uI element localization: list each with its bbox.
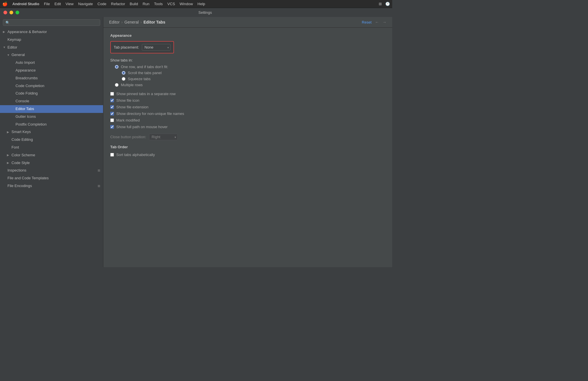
show-tabs-section: Show tabs in: One row, and if tabs don't… bbox=[110, 58, 385, 87]
nav-forward-button[interactable]: → bbox=[382, 20, 386, 24]
sidebar-item-auto-import[interactable]: Auto Import bbox=[0, 59, 103, 67]
menubar: 🍎 Android Studio File Edit View Navigate… bbox=[0, 0, 392, 8]
settings-icon: ⊞ bbox=[98, 168, 100, 173]
sidebar-label: Breadcrumbs bbox=[16, 75, 38, 81]
radio-one-row-input[interactable] bbox=[115, 65, 119, 69]
menu-vcs[interactable]: VCS bbox=[167, 2, 175, 6]
sidebar-label: Inspections bbox=[7, 168, 26, 174]
sidebar-item-code-editing[interactable]: Code Editing bbox=[0, 136, 103, 144]
radio-one-row-label: One row, and if tabs don't fit: bbox=[121, 65, 168, 69]
minimize-button[interactable] bbox=[9, 11, 13, 14]
checkbox-show-file-icon-label: Show file icon bbox=[116, 98, 139, 103]
checkbox-show-pinned-label: Show pinned tabs in a separate row bbox=[116, 92, 176, 96]
checkbox-mark-modified-label: Mark modified bbox=[116, 118, 140, 122]
breadcrumb-sep1: › bbox=[121, 20, 123, 24]
checkbox-show-file-extension-input[interactable] bbox=[110, 105, 114, 109]
radio-multiple-rows-input[interactable] bbox=[115, 83, 119, 87]
sidebar-item-appearance-behavior[interactable]: ▶ Appearance & Behavior bbox=[0, 28, 103, 36]
tab-order-section: Tab Order Sort tabs alphabetically bbox=[110, 145, 385, 157]
sidebar-item-postfix-completion[interactable]: Postfix Completion bbox=[0, 121, 103, 128]
sidebar-item-breadcrumbs[interactable]: Breadcrumbs bbox=[0, 74, 103, 82]
radio-squeeze-tabs: Squeeze tabs bbox=[122, 77, 385, 81]
close-button[interactable] bbox=[3, 11, 7, 14]
checkbox-show-directory: Show directory for non-unique file names bbox=[110, 111, 385, 116]
sidebar-item-color-scheme[interactable]: ▶ Color Scheme bbox=[0, 151, 103, 159]
sidebar-item-editor[interactable]: ▼ Editor bbox=[0, 44, 103, 51]
radio-squeeze-label: Squeeze tabs bbox=[128, 77, 151, 81]
sidebar-item-font[interactable]: Font bbox=[0, 144, 103, 151]
checkbox-show-file-extension: Show file extension bbox=[110, 105, 385, 109]
menu-file[interactable]: File bbox=[44, 2, 50, 6]
breadcrumb-editor[interactable]: Editor bbox=[109, 20, 120, 24]
menu-build[interactable]: Build bbox=[130, 2, 138, 6]
sidebar-item-inspections[interactable]: Inspections ⊞ bbox=[0, 167, 103, 174]
sidebar-item-smart-keys[interactable]: ▶ Smart Keys bbox=[0, 128, 103, 136]
sidebar-label: Appearance & Behavior bbox=[7, 29, 47, 35]
radio-sub-group: Scroll the tabs panel Squeeze tabs bbox=[122, 71, 385, 81]
menu-edit[interactable]: Edit bbox=[55, 2, 61, 6]
app-name: Android Studio bbox=[12, 2, 39, 6]
sidebar-item-file-encodings[interactable]: File Encodings ⊞ bbox=[0, 182, 103, 190]
sidebar-label: Editor Tabs bbox=[16, 106, 34, 112]
breadcrumb-bar: Editor › General › Editor Tabs Reset ← → bbox=[103, 17, 392, 28]
checkbox-sort-tabs: Sort tabs alphabetically bbox=[110, 153, 385, 157]
sidebar-item-code-folding[interactable]: Code Folding bbox=[0, 90, 103, 97]
control-center-icon[interactable]: ⊞ bbox=[379, 2, 382, 6]
checkbox-show-pinned-input[interactable] bbox=[110, 92, 114, 96]
sidebar-label: General bbox=[11, 52, 25, 58]
checkbox-mark-modified-input[interactable] bbox=[110, 118, 114, 122]
sidebar-item-console[interactable]: Console bbox=[0, 97, 103, 105]
sidebar-item-appearance[interactable]: Appearance bbox=[0, 67, 103, 74]
checkbox-show-full-path-input[interactable] bbox=[110, 125, 114, 129]
nav-back-button[interactable]: ← bbox=[375, 20, 379, 24]
radio-multiple-rows: Multiple rows bbox=[115, 83, 385, 87]
sidebar-label: Code Editing bbox=[11, 137, 33, 143]
checkbox-show-pinned: Show pinned tabs in a separate row bbox=[110, 92, 385, 96]
sidebar-item-gutter-icons[interactable]: Gutter Icons bbox=[0, 113, 103, 121]
close-btn-position-dropdown[interactable]: Right Left Hidden bbox=[149, 134, 178, 140]
sidebar-label: Code Completion bbox=[16, 83, 44, 89]
settings-body: Appearance Tab placement: None Top Botto… bbox=[103, 28, 392, 267]
search-box[interactable]: 🔍 bbox=[3, 19, 100, 26]
sidebar-item-file-code-templates[interactable]: File and Code Templates bbox=[0, 174, 103, 182]
sidebar-label: Editor bbox=[7, 45, 17, 51]
menu-tools[interactable]: Tools bbox=[154, 2, 163, 6]
sidebar-item-code-completion[interactable]: Code Completion bbox=[0, 82, 103, 90]
breadcrumb-general[interactable]: General bbox=[124, 20, 139, 24]
show-tabs-radio-group: One row, and if tabs don't fit: Scroll t… bbox=[115, 65, 385, 87]
menu-run[interactable]: Run bbox=[143, 2, 150, 6]
checkbox-show-directory-input[interactable] bbox=[110, 112, 114, 116]
menu-code[interactable]: Code bbox=[98, 2, 107, 6]
tab-placement-dropdown[interactable]: None Top Bottom Left Right bbox=[142, 44, 171, 51]
menu-view[interactable]: View bbox=[65, 2, 74, 6]
apple-menu[interactable]: 🍎 bbox=[2, 1, 8, 7]
search-input[interactable] bbox=[11, 20, 98, 25]
sidebar-item-keymap[interactable]: Keymap bbox=[0, 36, 103, 44]
sidebar-label: Code Style bbox=[11, 160, 30, 166]
sidebar-label: Keymap bbox=[7, 37, 21, 43]
sidebar-label: Auto Import bbox=[16, 60, 35, 66]
radio-squeeze-input[interactable] bbox=[122, 77, 125, 81]
sidebar-item-editor-tabs[interactable]: Editor Tabs bbox=[0, 105, 103, 113]
sidebar-item-code-style[interactable]: ▶ Code Style bbox=[0, 159, 103, 167]
sidebar-label: Postfix Completion bbox=[16, 122, 47, 128]
menu-refactor[interactable]: Refactor bbox=[111, 2, 125, 6]
maximize-button[interactable] bbox=[16, 11, 19, 14]
tab-placement-label: Tab placement: bbox=[114, 45, 139, 49]
checkbox-show-file-icon-input[interactable] bbox=[110, 99, 114, 102]
menu-help[interactable]: Help bbox=[198, 2, 205, 6]
close-btn-dropdown-wrapper: Right Left Hidden ▾ bbox=[149, 134, 178, 140]
sidebar-label: Code Folding bbox=[16, 91, 38, 97]
window-title: Settings bbox=[22, 10, 389, 15]
sidebar-item-general[interactable]: ▼ General bbox=[0, 51, 103, 59]
radio-multiple-rows-label: Multiple rows bbox=[121, 83, 143, 87]
show-tabs-label: Show tabs in: bbox=[110, 58, 385, 62]
checkbox-sort-tabs-input[interactable] bbox=[110, 153, 114, 157]
expand-arrow-icon: ▶ bbox=[7, 153, 10, 157]
sidebar-label: Console bbox=[16, 98, 29, 104]
menu-window[interactable]: Window bbox=[180, 2, 193, 6]
radio-scroll-input[interactable] bbox=[122, 71, 125, 75]
sidebar-label: Color Scheme bbox=[11, 152, 35, 158]
menu-navigate[interactable]: Navigate bbox=[78, 2, 93, 6]
reset-button[interactable]: Reset bbox=[362, 20, 372, 24]
